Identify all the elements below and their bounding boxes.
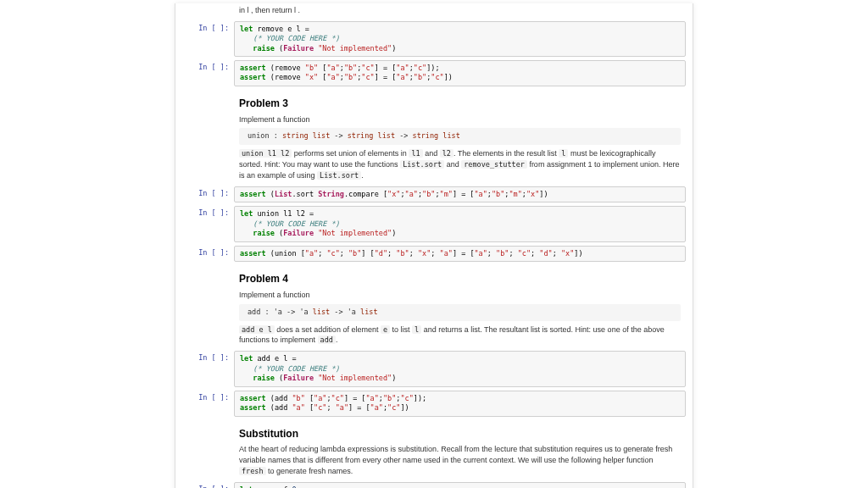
- code-cell[interactable]: In [ ]:let remove e l = (* YOUR CODE HER…: [182, 21, 686, 57]
- section-heading: Substitution: [239, 427, 681, 441]
- markdown-cell[interactable]: Problem 3Implement a functionunion : str…: [182, 90, 686, 183]
- partial-text: in l , then return l .: [239, 6, 300, 14]
- code-cell[interactable]: In [ ]:let union l1 l2 = (* YOUR CODE HE…: [182, 206, 686, 241]
- code-input[interactable]: assert (union ["a"; "c"; "b"] ["d"; "b";…: [234, 246, 686, 262]
- code-cell[interactable]: In [ ]:let add e l = (* YOUR CODE HERE *…: [182, 351, 686, 386]
- code-cell[interactable]: In [ ]:assert (union ["a"; "c"; "b"] ["d…: [182, 246, 686, 262]
- md-body: add e l does a set addition of element e…: [239, 324, 681, 347]
- markdown-cell[interactable]: Problem 4Implement a functionadd : 'a ->…: [182, 265, 686, 347]
- code-cell[interactable]: In [ ]:assert (remove "b" ["a";"b";"c"] …: [182, 60, 686, 86]
- code-cell[interactable]: In [ ]:let r = ref 0 let fresh s = let v…: [182, 482, 686, 488]
- cell-prompt: In [ ]:: [182, 351, 234, 362]
- code-input[interactable]: let union l1 l2 = (* YOUR CODE HERE *) r…: [234, 206, 686, 241]
- code-cell[interactable]: In [ ]:assert (add "b" ["a";"c"] = ["a";…: [182, 391, 686, 417]
- code-input[interactable]: let add e l = (* YOUR CODE HERE *) raise…: [234, 351, 686, 386]
- cell-prompt: In [ ]:: [182, 60, 234, 71]
- md-body: At the heart of reducing lambda expressi…: [239, 444, 681, 476]
- md-intro: Implement a function: [239, 290, 681, 301]
- code-input[interactable]: let r = ref 0 let fresh s = let v = !r i…: [234, 482, 686, 488]
- signature-block: add : 'a -> 'a list -> 'a list: [239, 304, 681, 321]
- signature-block: union : string list -> string list -> st…: [239, 128, 681, 145]
- page: { "partial_top": "in l , then return l .…: [0, 0, 868, 488]
- cell-prompt: In [ ]:: [182, 482, 234, 488]
- code-cell[interactable]: In [ ]:assert (List.sort String.compare …: [182, 186, 686, 202]
- cells-container: In [ ]:let remove e l = (* YOUR CODE HER…: [175, 21, 693, 488]
- cell-prompt: [182, 90, 234, 92]
- cell-prompt: [182, 265, 234, 268]
- section-heading: Problem 3: [239, 97, 681, 111]
- md-content: in l , then return l .: [234, 3, 686, 18]
- markdown-cell[interactable]: SubstitutionAt the heart of reducing lam…: [182, 420, 686, 479]
- notebook: { "partial_top": "in l , then return l .…: [175, 3, 693, 488]
- code-input[interactable]: assert (add "b" ["a";"c"] = ["a";"b";"c"…: [234, 391, 686, 417]
- cell-prompt: [182, 3, 234, 6]
- code-input[interactable]: assert (List.sort String.compare ["x";"a…: [234, 186, 686, 202]
- cell-prompt: In [ ]:: [182, 206, 234, 217]
- partial-md-cell: in l , then return l .: [182, 3, 686, 18]
- code-input[interactable]: assert (remove "b" ["a";"b";"c"] = ["a";…: [234, 60, 686, 86]
- cell-prompt: [182, 420, 234, 423]
- cell-prompt: In [ ]:: [182, 391, 234, 402]
- code-input[interactable]: let remove e l = (* YOUR CODE HERE *) ra…: [234, 21, 686, 57]
- cell-prompt: In [ ]:: [182, 21, 234, 32]
- md-content: SubstitutionAt the heart of reducing lam…: [234, 420, 686, 479]
- md-body: union l1 l2 performs set union of elemen…: [239, 148, 681, 181]
- md-intro: Implement a function: [239, 114, 681, 125]
- cell-prompt: In [ ]:: [182, 186, 234, 197]
- section-heading: Problem 4: [239, 272, 681, 286]
- md-content: Problem 3Implement a functionunion : str…: [234, 90, 686, 183]
- md-content: Problem 4Implement a functionadd : 'a ->…: [234, 265, 686, 347]
- cell-prompt: In [ ]:: [182, 246, 234, 257]
